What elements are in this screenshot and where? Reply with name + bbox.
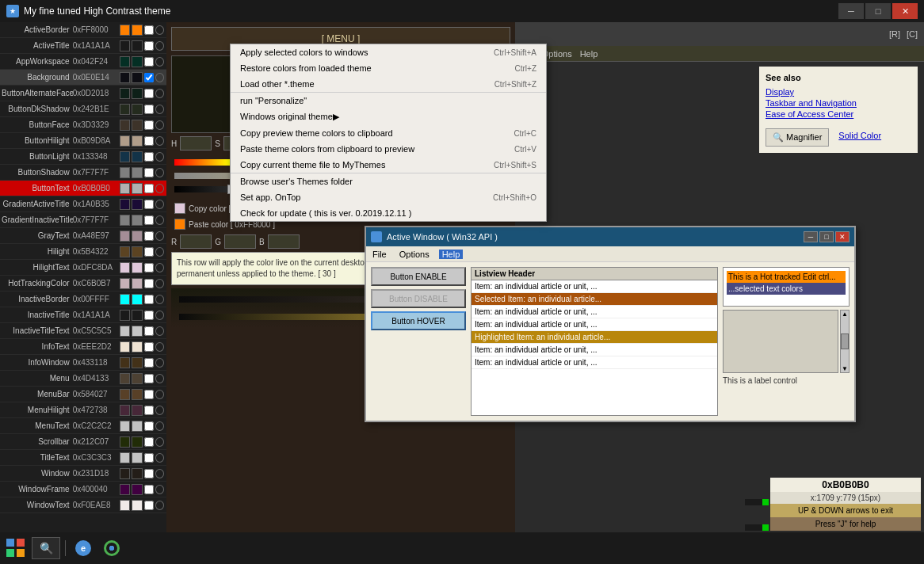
taskbar-chrome[interactable]	[99, 535, 124, 561]
color-swatch2[interactable]	[132, 231, 142, 242]
color-checkbox[interactable]	[144, 105, 154, 114]
preview-maximize[interactable]: □	[819, 231, 834, 242]
color-checkbox[interactable]	[144, 358, 154, 368]
color-row[interactable]: TitleText 0xC3C3C3	[0, 450, 166, 466]
taskbar-search[interactable]: 🔍	[32, 537, 60, 559]
start-button[interactable]	[3, 535, 29, 561]
scrollbar[interactable]: ▲ ▼	[840, 310, 850, 373]
color-swatch2[interactable]	[132, 88, 142, 99]
preview-menu-file[interactable]: File	[369, 250, 390, 259]
color-row[interactable]: GrayText 0xA48E97	[0, 228, 166, 244]
color-swatch1[interactable]	[120, 40, 130, 51]
color-row[interactable]: MenuText 0xC2C2C2	[0, 418, 166, 434]
color-row[interactable]: ButtonAlternateFace 0x0D2018	[0, 86, 166, 101]
color-swatch2[interactable]	[132, 310, 142, 321]
rgb-r-input[interactable]: 14	[180, 234, 212, 249]
color-row[interactable]: WindowText 0xF0EAE8	[0, 497, 166, 513]
see-also-taskbar[interactable]: Taskbar and Navigation	[766, 98, 911, 108]
color-row[interactable]: Menu 0x4D4133	[0, 371, 166, 387]
color-swatch2[interactable]	[132, 421, 142, 432]
color-row[interactable]: AppWorkspace 0x042F24	[0, 54, 166, 70]
color-row[interactable]: ActiveTitle 0x1A1A1A	[0, 38, 166, 54]
preview-menu-help[interactable]: Help	[439, 250, 464, 259]
color-swatch1[interactable]	[120, 183, 130, 194]
color-swatch2[interactable]	[132, 135, 142, 147]
maximize-button[interactable]: □	[865, 3, 891, 19]
color-swatch1[interactable]	[120, 326, 130, 337]
color-swatch2[interactable]	[132, 294, 142, 305]
color-checkbox[interactable]	[144, 152, 154, 162]
color-checkbox[interactable]	[144, 120, 154, 130]
rgb-b-input[interactable]: 20	[268, 234, 300, 249]
color-row[interactable]: InactiveTitleText 0xC5C5C5	[0, 323, 166, 339]
color-row[interactable]: InactiveBorder 0x00FFFF	[0, 292, 166, 307]
ctx-item-4[interactable]: Windows original theme ▶	[231, 109, 546, 125]
color-checkbox[interactable]	[144, 200, 154, 209]
color-swatch1[interactable]	[120, 151, 130, 162]
color-swatch1[interactable]	[120, 262, 130, 273]
color-swatch2[interactable]	[132, 25, 142, 36]
color-swatch1[interactable]	[120, 373, 130, 384]
color-swatch2[interactable]	[132, 183, 142, 194]
see-also-display[interactable]: Display	[766, 87, 911, 97]
magnifier-btn[interactable]: 🔍 Magnifier	[766, 128, 829, 147]
color-row[interactable]: ButtonFace 0x3D3329	[0, 117, 166, 133]
color-row[interactable]: GradientInactiveTitle 0x7F7F7F	[0, 212, 166, 228]
color-checkbox[interactable]	[144, 231, 154, 241]
up-down-display[interactable]: UP & DOWN arrows to exit	[770, 504, 921, 517]
rgb-g-input[interactable]: 14	[224, 234, 256, 249]
color-swatch2[interactable]	[132, 468, 142, 479]
color-row[interactable]: InfoText 0xEEE2D2	[0, 339, 166, 355]
color-swatch2[interactable]	[132, 167, 142, 178]
ctx-item-6[interactable]: Paste theme colors from clipboard to pre…	[231, 141, 546, 157]
lv-item-4[interactable]: Item: an individual article or unit, ...	[472, 318, 717, 331]
color-swatch1[interactable]	[120, 500, 130, 511]
color-swatch2[interactable]	[132, 452, 142, 463]
color-swatch1[interactable]	[120, 167, 130, 178]
color-row[interactable]: HilightText 0xDFC8DA	[0, 260, 166, 276]
edit-ctrl[interactable]: This is a Hot tracked Edit ctrl... ...se…	[723, 267, 850, 307]
color-checkbox[interactable]	[144, 25, 154, 35]
color-row[interactable]: InfoWindow 0x433118	[0, 355, 166, 371]
lv-item-3[interactable]: Item: an individual article or unit, ...	[472, 306, 717, 318]
color-checkbox[interactable]	[144, 469, 154, 478]
color-swatch2[interactable]	[132, 278, 142, 289]
ctx-item-5[interactable]: Copy preview theme colors to clipboardCt…	[231, 125, 546, 141]
color-swatch2[interactable]	[132, 199, 142, 210]
color-checkbox[interactable]	[144, 485, 154, 494]
solid-color-link[interactable]: Solid Color	[838, 131, 881, 140]
color-checkbox[interactable]	[144, 89, 154, 98]
color-swatch1[interactable]	[120, 468, 130, 479]
color-row[interactable]: ButtonHilight 0xB09D8A	[0, 133, 166, 149]
close-button[interactable]: ✕	[892, 3, 918, 19]
color-row[interactable]: Scrollbar 0x212C07	[0, 434, 166, 450]
color-checkbox[interactable]	[144, 311, 154, 320]
color-swatch1[interactable]	[120, 436, 130, 448]
color-row[interactable]: MenuBar 0x584027	[0, 387, 166, 402]
ctx-item-7[interactable]: Copy current theme file to MyThemesCtrl+…	[231, 157, 546, 173]
color-swatch1[interactable]	[120, 56, 130, 67]
color-checkbox[interactable]	[144, 168, 154, 177]
ctx-item-1[interactable]: Restore colors from loaded themeCtrl+Z	[231, 60, 546, 76]
color-swatch1[interactable]	[120, 310, 130, 321]
color-swatch2[interactable]	[132, 341, 142, 352]
color-swatch1[interactable]	[120, 405, 130, 416]
lv-item-6[interactable]: Item: an individual article or unit, ...	[472, 344, 717, 356]
color-checkbox[interactable]	[144, 295, 154, 304]
color-row[interactable]: ButtonShadow 0x7F7F7F	[0, 165, 166, 181]
color-swatch2[interactable]	[132, 357, 142, 368]
color-checkbox[interactable]	[144, 215, 154, 225]
color-checkbox[interactable]	[144, 421, 154, 431]
color-row[interactable]: HotTrackingColor 0xC6B0B7	[0, 276, 166, 292]
color-row[interactable]: WindowFrame 0x400040	[0, 482, 166, 497]
color-swatch2[interactable]	[132, 326, 142, 337]
color-swatch2[interactable]	[132, 40, 142, 51]
color-swatch1[interactable]	[120, 278, 130, 289]
color-swatch2[interactable]	[132, 389, 142, 400]
menu-help[interactable]: Help	[580, 49, 598, 59]
color-swatch2[interactable]	[132, 436, 142, 448]
lv-item-highlighted[interactable]: Highlighted Item: an individual article.…	[472, 331, 717, 344]
ctx-item-3[interactable]: run "Personalize"	[231, 92, 546, 109]
preview-menu-options[interactable]: Options	[396, 250, 433, 259]
color-checkbox[interactable]	[144, 326, 154, 336]
